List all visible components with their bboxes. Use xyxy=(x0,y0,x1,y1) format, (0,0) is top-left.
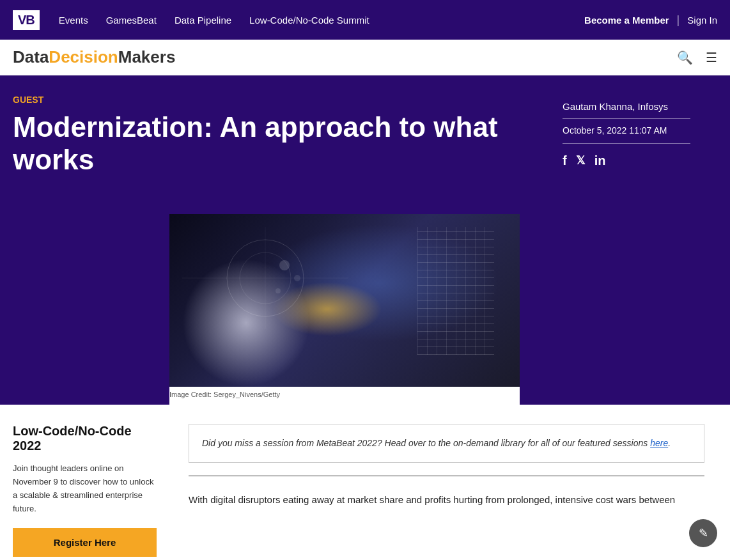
guest-label: Guest xyxy=(13,95,537,105)
metabeat-link[interactable]: here xyxy=(650,438,668,448)
nav-link-events[interactable]: Events xyxy=(59,15,88,26)
register-here-button[interactable]: Register Here xyxy=(13,528,157,557)
metabeat-text: Did you miss a session from MetaBeat 202… xyxy=(202,436,691,450)
sign-in-link[interactable]: Sign In xyxy=(687,15,717,26)
article-content: Did you miss a session from MetaBeat 202… xyxy=(169,405,730,560)
hero-sidebar: Gautam Khanna, Infosys October 5, 2022 1… xyxy=(563,95,690,168)
ddm-logo[interactable]: DataDecisionMakers xyxy=(13,47,175,67)
nav-links: Events GamesBeat Data Pipeline Low-Code/… xyxy=(59,15,584,26)
image-credit: Image Credit: Sergey_Nivens/Getty xyxy=(169,387,520,405)
article-image-container: Image Credit: Sergey_Nivens/Getty xyxy=(169,214,520,405)
nav-divider: | xyxy=(677,13,680,27)
image-grid xyxy=(417,227,494,355)
facebook-icon[interactable]: f xyxy=(563,153,567,168)
left-sidebar: Low-Code/No-Code 2022 Join thought leade… xyxy=(0,405,169,560)
svg-point-4 xyxy=(276,288,281,293)
article-hero-image xyxy=(169,214,520,387)
hero-section: Guest Modernization: An approach to what… xyxy=(0,75,730,214)
svg-point-2 xyxy=(279,260,290,270)
secondary-nav-icons: 🔍 ☰ xyxy=(677,50,717,65)
tech-illustration xyxy=(169,214,361,342)
secondary-navigation: DataDecisionMakers 🔍 ☰ xyxy=(0,40,730,75)
search-button[interactable]: 🔍 xyxy=(677,50,693,65)
floating-action-button[interactable]: ✎ xyxy=(689,519,717,547)
hero-content: Guest Modernization: An approach to what… xyxy=(13,95,537,189)
nav-right: Become a Member | Sign In xyxy=(584,13,717,27)
linkedin-icon[interactable]: in xyxy=(594,153,606,168)
article-paragraph: With digital disruptors eating away at m… xyxy=(189,492,704,508)
nav-link-lowcode[interactable]: Low-Code/No-Code Summit xyxy=(249,15,369,26)
ddm-makers-text: Makers xyxy=(118,47,176,66)
become-member-link[interactable]: Become a Member xyxy=(584,15,669,26)
main-body: Low-Code/No-Code 2022 Join thought leade… xyxy=(0,405,730,560)
article-title: Modernization: An approach to what works xyxy=(13,111,537,176)
menu-button[interactable]: ☰ xyxy=(706,50,717,65)
ddm-decision-text: Decision xyxy=(49,47,118,66)
nav-link-datapipeline[interactable]: Data Pipeline xyxy=(175,15,231,26)
article-divider xyxy=(189,476,704,476)
social-icons: f 𝕏 in xyxy=(563,153,690,168)
ddm-data-text: Data xyxy=(13,47,49,66)
sidebar-promo-title: Low-Code/No-Code 2022 xyxy=(13,424,157,453)
article-date: October 5, 2022 11:07 AM xyxy=(563,125,690,144)
author-name: Gautam Khanna, Infosys xyxy=(563,101,690,119)
top-navigation: VB Events GamesBeat Data Pipeline Low-Co… xyxy=(0,0,730,40)
sidebar-promo-text: Join thought leaders online on November … xyxy=(13,462,157,515)
nav-link-gamesbeat[interactable]: GamesBeat xyxy=(106,15,157,26)
fingerprint-icon: ✎ xyxy=(699,526,708,540)
twitter-icon[interactable]: 𝕏 xyxy=(576,153,586,168)
vb-logo[interactable]: VB xyxy=(13,10,40,30)
metabeat-callout: Did you miss a session from MetaBeat 202… xyxy=(189,424,704,462)
article-image-wrapper: Image Credit: Sergey_Nivens/Getty xyxy=(0,214,730,405)
